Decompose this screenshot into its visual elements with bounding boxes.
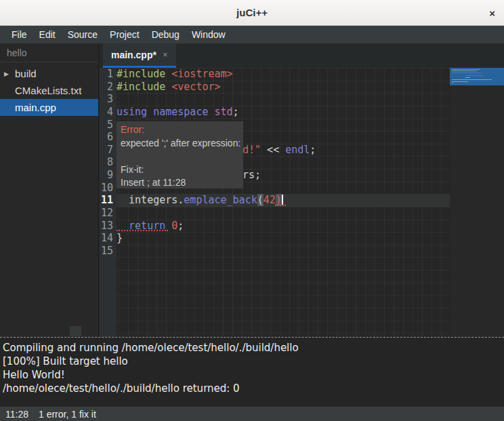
- terminal-line: /home/olece/test/hello/./build/hello ret…: [3, 382, 501, 395]
- tooltip-line: Insert ; at 11:28: [121, 176, 239, 190]
- statusbar: 11:28 1 error, 1 fix it: [0, 407, 504, 421]
- error-squiggle: [275, 205, 286, 206]
- code-token: <vector>: [171, 81, 220, 93]
- code-token: 42: [264, 194, 276, 206]
- menu-source[interactable]: Source: [62, 26, 104, 43]
- code-token: <<: [261, 144, 285, 156]
- terminal-line: Compiling and running /home/olece/test/h…: [3, 341, 501, 355]
- code-token: endl: [285, 144, 310, 156]
- line-number-gutter: 123456789101112131415: [100, 68, 117, 337]
- minimap-viewport[interactable]: [450, 68, 504, 85]
- code-token: ;: [233, 106, 239, 118]
- sidebar-hscrollbar-thumb[interactable]: [70, 326, 81, 336]
- code-token: (: [257, 194, 264, 206]
- code-line[interactable]: return 0;: [117, 220, 450, 233]
- line-number: 7: [100, 144, 113, 157]
- line-number: 4: [100, 106, 113, 119]
- error-squiggle: [117, 230, 168, 231]
- tooltip-line: Error:: [121, 123, 239, 137]
- sidebar-item-main-cpp[interactable]: main.cpp: [0, 99, 98, 116]
- code-line[interactable]: [117, 207, 450, 220]
- code-line[interactable]: using namespace std;: [117, 106, 450, 119]
- minimap-line-mark: [452, 83, 453, 83]
- code-token: ;: [177, 220, 184, 232]
- code-editor[interactable]: 123456789101112131415 #include <iostream…: [100, 68, 504, 337]
- code-token: using namespace: [117, 106, 215, 118]
- code-token: 0: [171, 220, 177, 232]
- tooltip-line: expected ';' after expression:: [121, 137, 239, 151]
- code-line[interactable]: [117, 93, 450, 106]
- minimap-line-mark: [465, 77, 470, 78]
- line-number: 1: [100, 68, 113, 81]
- menu-window[interactable]: Window: [186, 26, 232, 43]
- tab-main-cpp[interactable]: main.cpp* ×: [103, 43, 176, 68]
- menu-project[interactable]: Project: [104, 26, 146, 43]
- jucipp-window: juCi++ × FileEditSourceProjectDebugWindo…: [0, 0, 504, 421]
- line-number: 6: [100, 131, 113, 144]
- code-token: ;: [310, 144, 316, 156]
- tree-item-label: main.cpp: [15, 102, 56, 113]
- cursor-position: 11:28: [5, 409, 28, 420]
- line-number: 8: [100, 156, 113, 169]
- tab-label: main.cpp*: [111, 49, 156, 60]
- code-token: }: [117, 232, 123, 244]
- window-title: juCi++: [236, 7, 268, 18]
- line-number: 10: [100, 182, 113, 195]
- menu-file[interactable]: File: [5, 26, 33, 43]
- code-token: std: [215, 106, 233, 118]
- code-token: rs;: [243, 169, 261, 181]
- text-cursor: [282, 195, 283, 205]
- expander-icon[interactable]: ▶: [4, 71, 15, 77]
- sidebar-item-cmakelists-txt[interactable]: CMakeLists.txt: [0, 82, 98, 99]
- code-line[interactable]: #include <iostream>: [117, 68, 450, 81]
- project-name: hello: [0, 43, 98, 62]
- code-line[interactable]: #include <vector>: [117, 81, 450, 94]
- sidebar-item-build[interactable]: ▶build: [0, 65, 98, 82]
- tree-item-label: CMakeLists.txt: [15, 85, 81, 96]
- minimap-line-mark: [465, 75, 483, 76]
- code-line[interactable]: [117, 245, 450, 258]
- code-line[interactable]: }: [117, 232, 450, 245]
- tab-close-icon[interactable]: ×: [163, 49, 168, 60]
- line-number: 3: [100, 93, 113, 106]
- code-token: emplace_back: [184, 194, 257, 206]
- code-token: d!": [243, 144, 261, 156]
- code-token: #include: [117, 81, 171, 93]
- code-text-area[interactable]: #include <iostream>#include <vector>usin…: [117, 68, 450, 337]
- menu-edit[interactable]: Edit: [33, 26, 62, 43]
- menu-debug[interactable]: Debug: [146, 26, 186, 43]
- terminal-line: Hello World!: [3, 368, 501, 382]
- minimap[interactable]: [450, 68, 504, 337]
- line-number: 11: [100, 194, 113, 207]
- line-number: 9: [100, 169, 113, 182]
- close-icon[interactable]: ×: [489, 7, 495, 18]
- diagnostic-tooltip: Error:expected ';' after expression:Fix-…: [117, 121, 243, 188]
- line-number: 2: [100, 81, 113, 94]
- line-number: 12: [100, 207, 113, 220]
- file-tree-sidebar: hello ▶buildCMakeLists.txtmain.cpp: [0, 43, 99, 337]
- titlebar[interactable]: juCi++ ×: [0, 0, 504, 26]
- code-token: #include: [117, 68, 171, 80]
- editor-pane: main.cpp* × 123456789101112131415 #inclu…: [100, 43, 504, 337]
- build-output-panel[interactable]: Compiling and running /home/olece/test/h…: [0, 337, 504, 407]
- minimap-line-mark: [452, 71, 477, 71]
- tooltip-line: [121, 150, 239, 163]
- minimap-line-mark: [452, 73, 482, 73]
- tooltip-line: Fix-it:: [121, 163, 239, 177]
- code-token: <iostream>: [171, 68, 232, 80]
- file-tree: ▶buildCMakeLists.txtmain.cpp: [0, 62, 98, 116]
- minimap-line-mark: [452, 79, 492, 80]
- line-number: 14: [100, 232, 113, 245]
- code-line[interactable]: integers.emplace_back(42): [117, 194, 450, 207]
- tree-item-label: build: [15, 68, 37, 79]
- diagnostics-summary: 1 error, 1 fix it: [39, 409, 96, 420]
- line-number: 5: [100, 119, 113, 132]
- main-area: hello ▶buildCMakeLists.txtmain.cpp main.…: [0, 43, 504, 337]
- tabbar: main.cpp* ×: [100, 43, 504, 68]
- line-number: 13: [100, 220, 113, 233]
- menubar: FileEditSourceProjectDebugWindow: [0, 26, 504, 43]
- code-token: integers.: [117, 194, 184, 206]
- line-number: 15: [100, 245, 113, 258]
- terminal-line: [100%] Built target hello: [3, 355, 501, 368]
- minimap-line-mark: [452, 81, 468, 82]
